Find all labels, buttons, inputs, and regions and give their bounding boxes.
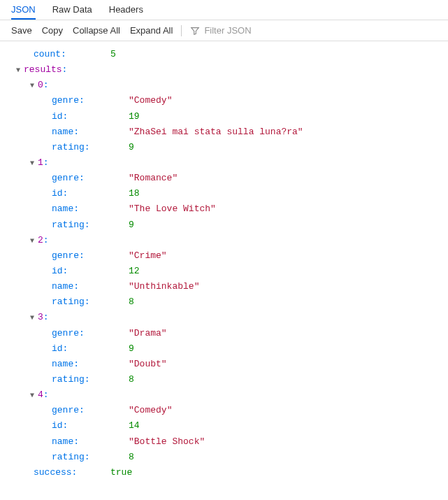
row-genre: ▼ genre: "Drama" bbox=[0, 326, 448, 341]
value-rating: 8 bbox=[129, 373, 134, 387]
key-name[interactable]: name: bbox=[52, 125, 89, 139]
value-genre: "Comedy" bbox=[129, 403, 172, 417]
value-id: 19 bbox=[129, 110, 140, 124]
value-name: "Bottle Shock" bbox=[129, 435, 205, 449]
key-rating[interactable]: rating: bbox=[52, 373, 90, 387]
value-success: true bbox=[110, 466, 132, 480]
row-genre: ▼ genre: "Romance" bbox=[0, 171, 448, 186]
save-button[interactable]: Save bbox=[11, 23, 32, 38]
key-index[interactable]: 4: bbox=[38, 388, 75, 402]
value-id: 18 bbox=[129, 187, 140, 201]
tab-headers[interactable]: Headers bbox=[109, 0, 143, 20]
row-count: ▼ count: 5 bbox=[0, 47, 448, 62]
value-rating: 8 bbox=[129, 295, 134, 309]
key-name[interactable]: name: bbox=[52, 280, 89, 294]
key-index[interactable]: 3: bbox=[38, 310, 75, 324]
key-id[interactable]: id: bbox=[52, 264, 89, 278]
json-tree: ▼ count: 5 ▼ results: ▼ 0: ▼ genre: "Com… bbox=[0, 41, 448, 489]
value-id: 9 bbox=[129, 342, 134, 356]
row-index-1: ▼ 1: bbox=[0, 155, 448, 171]
value-genre: "Drama" bbox=[129, 327, 167, 341]
value-name: "The Love Witch" bbox=[129, 202, 216, 216]
tabs-bar: JSON Raw Data Headers bbox=[0, 0, 448, 20]
value-rating: 8 bbox=[129, 450, 134, 464]
key-id[interactable]: id: bbox=[52, 419, 89, 433]
filter-input[interactable] bbox=[203, 24, 287, 36]
value-rating: 9 bbox=[129, 218, 134, 232]
value-genre: "Crime" bbox=[129, 249, 167, 263]
key-name[interactable]: name: bbox=[52, 202, 89, 216]
value-name: "Doubt" bbox=[129, 357, 167, 371]
row-id: ▼ id: 14 bbox=[0, 418, 448, 434]
key-id[interactable]: id: bbox=[52, 110, 89, 124]
row-index-3: ▼ 3: bbox=[0, 310, 448, 325]
row-genre: ▼ genre: "Comedy" bbox=[0, 403, 448, 418]
twisty-icon[interactable]: ▼ bbox=[28, 390, 36, 401]
row-index-0: ▼ 0: bbox=[0, 78, 448, 93]
key-count[interactable]: count: bbox=[34, 48, 71, 62]
tab-raw-data[interactable]: Raw Data bbox=[52, 0, 92, 20]
filter-icon bbox=[190, 26, 200, 36]
row-rating: ▼ rating: 9 bbox=[0, 140, 448, 155]
row-genre: ▼ genre: "Crime" bbox=[0, 248, 448, 264]
value-id: 14 bbox=[129, 419, 140, 433]
row-results: ▼ results: bbox=[0, 62, 448, 78]
collapse-all-button[interactable]: Collapse All bbox=[73, 23, 120, 38]
key-genre[interactable]: genre: bbox=[52, 171, 89, 185]
key-rating[interactable]: rating: bbox=[52, 141, 90, 155]
row-name: ▼ name: "ZhaSei mai stata sulla luna?ra" bbox=[0, 124, 448, 140]
row-id: ▼ id: 18 bbox=[0, 186, 448, 201]
twisty-icon[interactable]: ▼ bbox=[28, 80, 36, 92]
key-genre[interactable]: genre: bbox=[52, 403, 89, 417]
row-success: ▼ success: true bbox=[0, 465, 448, 480]
row-name: ▼ name: "Doubt" bbox=[0, 357, 448, 372]
value-rating: 9 bbox=[129, 141, 134, 155]
copy-button[interactable]: Copy bbox=[42, 23, 63, 38]
value-id: 12 bbox=[129, 264, 140, 278]
value-name: "ZhaSei mai stata sulla luna?ra" bbox=[129, 125, 303, 139]
value-name: "Unthinkable" bbox=[129, 280, 199, 294]
row-rating: ▼ rating: 8 bbox=[0, 294, 448, 310]
key-index[interactable]: 0: bbox=[38, 78, 75, 92]
key-id[interactable]: id: bbox=[52, 342, 89, 356]
expand-all-button[interactable]: Expand All bbox=[130, 23, 173, 38]
key-rating[interactable]: rating: bbox=[52, 295, 90, 309]
toolbar: Save Copy Collapse All Expand All bbox=[0, 20, 448, 41]
key-name[interactable]: name: bbox=[52, 357, 89, 371]
row-rating: ▼ rating: 8 bbox=[0, 450, 448, 465]
key-results[interactable]: results: bbox=[24, 63, 67, 77]
key-index[interactable]: 1: bbox=[38, 156, 75, 170]
twisty-icon[interactable]: ▼ bbox=[28, 236, 36, 247]
row-rating: ▼ rating: 8 bbox=[0, 372, 448, 387]
row-name: ▼ name: "Bottle Shock" bbox=[0, 434, 448, 450]
row-id: ▼ id: 19 bbox=[0, 109, 448, 124]
value-count: 5 bbox=[110, 48, 116, 62]
key-id[interactable]: id: bbox=[52, 187, 89, 201]
key-index[interactable]: 2: bbox=[38, 234, 75, 248]
key-genre[interactable]: genre: bbox=[52, 249, 89, 263]
key-rating[interactable]: rating: bbox=[52, 218, 90, 232]
row-index-4: ▼ 4: bbox=[0, 387, 448, 403]
row-id: ▼ id: 9 bbox=[0, 341, 448, 357]
filter-wrap bbox=[190, 24, 287, 36]
value-genre: "Romance" bbox=[129, 171, 178, 185]
row-name: ▼ name: "The Love Witch" bbox=[0, 201, 448, 217]
toolbar-separator bbox=[181, 25, 182, 36]
twisty-icon[interactable]: ▼ bbox=[28, 158, 36, 169]
row-genre: ▼ genre: "Comedy" bbox=[0, 93, 448, 108]
key-genre[interactable]: genre: bbox=[52, 94, 89, 108]
row-name: ▼ name: "Unthinkable" bbox=[0, 279, 448, 294]
twisty-icon[interactable]: ▼ bbox=[14, 65, 22, 76]
row-id: ▼ id: 12 bbox=[0, 264, 448, 279]
key-genre[interactable]: genre: bbox=[52, 327, 89, 341]
tab-json[interactable]: JSON bbox=[11, 0, 36, 20]
key-name[interactable]: name: bbox=[52, 435, 89, 449]
row-index-2: ▼ 2: bbox=[0, 233, 448, 248]
key-success[interactable]: success: bbox=[34, 466, 77, 480]
twisty-icon[interactable]: ▼ bbox=[28, 313, 36, 324]
value-genre: "Comedy" bbox=[129, 94, 172, 108]
row-rating: ▼ rating: 9 bbox=[0, 217, 448, 233]
key-rating[interactable]: rating: bbox=[52, 450, 90, 464]
